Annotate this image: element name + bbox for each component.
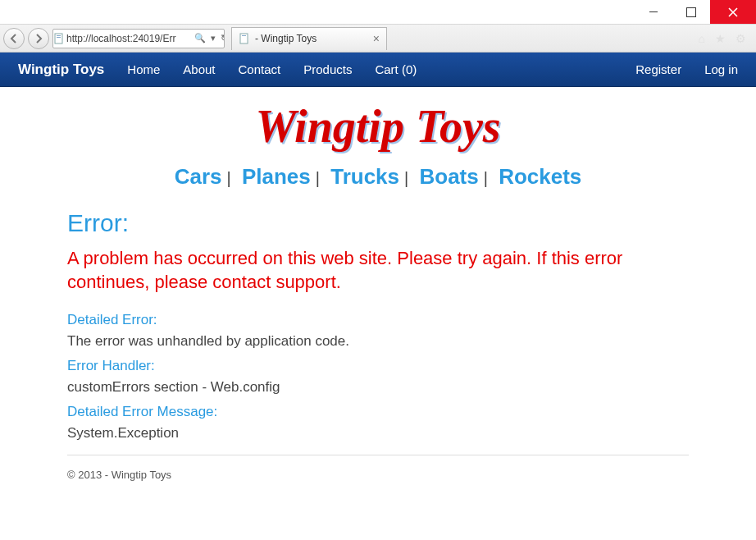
error-heading: Error:	[67, 209, 689, 237]
content-area: Error: A problem has occurred on this we…	[0, 209, 756, 481]
detailed-error-value: The error was unhandled by application c…	[67, 333, 689, 350]
refresh-icon[interactable]: ↻	[221, 33, 225, 43]
browser-menu-icons: ⌂ ★ ⚙	[699, 32, 753, 45]
cat-trucks[interactable]: Trucks	[330, 164, 399, 189]
svg-rect-4	[242, 35, 246, 36]
browser-toolbar: 🔍 ▾ ↻ - Wingtip Toys × ⌂ ★ ⚙	[0, 25, 756, 53]
footer-text: © 2013 - Wingtip Toys	[67, 469, 689, 481]
error-handler-value: customErrors section - Web.config	[67, 379, 689, 396]
svg-rect-3	[240, 34, 248, 43]
back-button[interactable]	[3, 28, 25, 49]
window-maximize-button[interactable]	[672, 0, 710, 24]
cat-sep: |	[399, 169, 413, 187]
nav-contact[interactable]: Contact	[239, 62, 281, 76]
page-body: Wingtip Toys Cars| Planes| Trucks| Boats…	[0, 87, 756, 540]
tab-close-icon[interactable]: ×	[373, 33, 380, 44]
page-icon	[53, 33, 65, 44]
dropdown-icon[interactable]: ▾	[211, 33, 216, 43]
cat-sep: |	[311, 169, 325, 187]
settings-gear-icon[interactable]: ⚙	[736, 32, 746, 45]
divider	[67, 455, 689, 455]
window-minimize-button[interactable]	[635, 0, 672, 24]
cat-sep: |	[222, 169, 236, 187]
search-icon[interactable]: 🔍	[194, 33, 206, 43]
detailed-message-value: System.Exception	[67, 425, 689, 442]
error-handler-label: Error Handler:	[67, 358, 689, 374]
url-input[interactable]	[65, 30, 191, 48]
nav-register[interactable]: Register	[635, 62, 681, 76]
cat-planes[interactable]: Planes	[242, 164, 311, 189]
svg-rect-1	[57, 35, 61, 36]
detailed-error-label: Detailed Error:	[67, 312, 689, 328]
nav-home[interactable]: Home	[127, 62, 160, 76]
site-navbar: Wingtip Toys Home About Contact Products…	[0, 53, 756, 87]
cat-sep: |	[479, 169, 493, 187]
site-logo-text: Wingtip Toys	[0, 87, 756, 159]
svg-rect-0	[55, 34, 62, 43]
browser-tab[interactable]: - Wingtip Toys ×	[231, 27, 387, 50]
window-close-button[interactable]	[710, 0, 756, 24]
brand-label[interactable]: Wingtip Toys	[18, 62, 104, 78]
address-bar[interactable]: 🔍 ▾ ↻	[52, 29, 225, 48]
nav-login[interactable]: Log in	[704, 62, 738, 76]
cat-boats[interactable]: Boats	[419, 164, 478, 189]
error-message: A problem has occurred on this web site.…	[67, 247, 689, 294]
nav-about[interactable]: About	[183, 62, 215, 76]
svg-rect-2	[57, 37, 61, 38]
nav-products[interactable]: Products	[303, 62, 352, 76]
tab-page-icon	[239, 33, 250, 44]
forward-button[interactable]	[28, 28, 49, 49]
nav-cart[interactable]: Cart (0)	[375, 62, 417, 76]
home-icon[interactable]: ⌂	[699, 32, 705, 45]
tab-title: - Wingtip Toys	[255, 33, 317, 44]
detailed-message-label: Detailed Error Message:	[67, 404, 689, 420]
favorites-icon[interactable]: ★	[715, 32, 726, 45]
cat-cars[interactable]: Cars	[175, 164, 222, 189]
address-bar-controls: 🔍 ▾ ↻	[191, 33, 225, 43]
category-links: Cars| Planes| Trucks| Boats| Rockets	[0, 159, 756, 204]
window-titlebar	[0, 0, 756, 25]
cat-rockets[interactable]: Rockets	[499, 164, 581, 189]
